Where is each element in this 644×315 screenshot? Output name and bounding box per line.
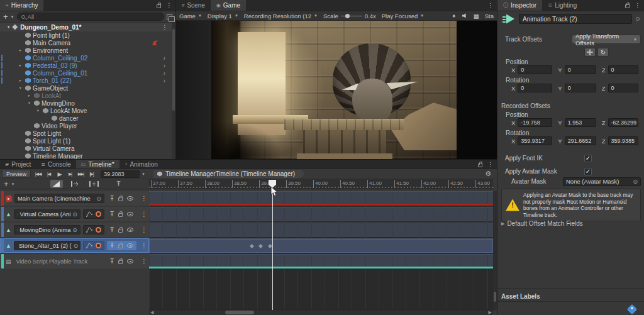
flare-toggle-icon[interactable]: ✦ — [452, 13, 457, 19]
track-binding-field[interactable]: Video Script Playable Track — [14, 257, 91, 266]
timeline-vertical-scrollbar[interactable] — [493, 191, 497, 311]
hierarchy-item[interactable]: Spot Light — [0, 130, 175, 137]
tab-scene[interactable]: # Scene — [176, 0, 211, 11]
go-to-start-button[interactable]: |◀◀ — [33, 170, 43, 178]
lock-track-icon[interactable] — [118, 245, 123, 248]
marker-track-toggle[interactable]: Ŧ — [117, 180, 121, 187]
hierarchy-item[interactable]: ▾ LookAt Move — [0, 107, 175, 114]
record-button[interactable] — [96, 243, 101, 248]
lock-track-icon[interactable] — [118, 229, 123, 233]
record-button[interactable] — [96, 227, 101, 233]
play-range-button[interactable]: [▶] — [86, 170, 97, 178]
time-ruler[interactable]: 37.0037.5038.0038.5039.0039.5040.0040.50… — [149, 179, 493, 189]
preview-button[interactable]: Preview — [2, 170, 31, 178]
hierarchy-item-indicator[interactable] — [152, 40, 158, 45]
tab-inspector[interactable]: ⓘ Inspector — [497, 0, 542, 11]
record-button[interactable] — [96, 211, 101, 217]
display-dropdown[interactable]: Display 1▼ — [208, 13, 238, 19]
next-frame-button[interactable]: ▶| — [65, 170, 75, 178]
hierarchy-scrollbar[interactable] — [172, 23, 175, 159]
position-x-field[interactable]: 0 — [518, 65, 552, 74]
pin-track-icon[interactable]: Ŧ — [110, 226, 114, 233]
hierarchy-item[interactable]: dancer — [0, 114, 175, 122]
go-to-end-button[interactable]: ▶▶| — [75, 170, 86, 178]
hierarchy-item-indicator[interactable]: › — [164, 55, 165, 62]
hierarchy-item[interactable]: ▾ MovingDino — [0, 99, 175, 107]
rotate-offset-button[interactable]: ↻ — [597, 48, 609, 57]
hierarchy-item[interactable]: Column_Ceiling_01 › — [0, 69, 175, 77]
clip-lane-area[interactable] — [149, 191, 493, 311]
apply-foot-ik-checkbox[interactable]: ✓ — [584, 155, 592, 162]
tab-hierarchy[interactable]: ≡ Hierarchy — [0, 0, 43, 11]
pin-track-icon[interactable]: Ŧ — [110, 195, 114, 202]
recorded-rotation-z-field[interactable]: 359.9385 — [608, 136, 638, 145]
scroll-left-icon[interactable]: ◀ — [150, 310, 153, 315]
timeline-clip[interactable] — [149, 207, 493, 221]
add-object-dropdown-icon[interactable]: ▼ — [11, 15, 14, 19]
foldout-arrow-icon[interactable]: ▸ — [26, 93, 32, 98]
position-z-field[interactable]: 0 — [608, 65, 638, 74]
scrollbar-thumb[interactable] — [225, 311, 254, 314]
kebab-menu-icon[interactable]: ⋮ — [166, 2, 172, 9]
timeline-clip[interactable] — [149, 191, 493, 206]
hierarchy-item[interactable]: ▾ GameObject — [0, 84, 175, 92]
timeline-track-header[interactable]: ▲ MovingDino (Anima ⊙ Ŧ ⋮ — [0, 223, 149, 237]
recorded-position-z-field[interactable]: -62.36299 — [608, 118, 638, 127]
timeline-track-header[interactable]: ▸ Main Camera (Cinemachine ⊙ Ŧ ⋮ — [0, 191, 149, 206]
mute-track-eye-icon[interactable] — [127, 243, 133, 248]
track-binding-field[interactable]: MovingDino (Anima ⊙ — [14, 225, 80, 235]
rotation-y-field[interactable]: 0 — [565, 84, 596, 92]
play-focused-dropdown[interactable]: Play Focused▼ — [382, 13, 425, 19]
object-picker-icon[interactable]: ⊙ — [72, 227, 77, 233]
foldout-arrow-icon[interactable]: ▶ — [501, 221, 504, 226]
timeline-clip[interactable] — [149, 254, 493, 268]
object-picker-icon[interactable]: ⊙ — [96, 196, 101, 202]
asset-labels-header[interactable]: Asset Labels — [501, 293, 540, 300]
pin-track-icon[interactable]: Ŧ — [110, 242, 114, 249]
hierarchy-item-indicator[interactable]: › — [164, 77, 165, 84]
asset-label-tag-icon[interactable] — [627, 304, 638, 315]
play-button[interactable]: ▶ — [54, 170, 65, 178]
object-picker-icon[interactable]: ⊙ — [72, 211, 77, 218]
add-track-dropdown-icon[interactable]: ▼ — [11, 182, 15, 186]
track-kebab-icon[interactable]: ⋮ — [141, 226, 147, 233]
track-offsets-dropdown[interactable]: Apply Transform Offsets▼ — [572, 35, 641, 44]
lock-icon[interactable] — [157, 4, 161, 8]
hierarchy-search-input[interactable]: All — [17, 13, 164, 21]
pin-track-icon[interactable]: Ŧ — [110, 211, 114, 218]
game-kebab-icon[interactable]: ⋮ — [487, 2, 494, 9]
hierarchy-item[interactable]: ▸ Environment — [0, 47, 175, 54]
hierarchy-item[interactable]: Timeline Manager — [0, 152, 175, 159]
timeline-track-header[interactable]: ▲ Virtual Camera (Ani ⊙ Ŧ ⋮ — [0, 207, 149, 221]
time-unit-dropdown-icon[interactable]: ▼ — [142, 172, 145, 176]
foldout-arrow-icon[interactable]: ▾ — [26, 101, 32, 106]
lock-track-icon[interactable] — [118, 197, 123, 201]
mix-mode-button[interactable] — [50, 180, 63, 188]
tab-console[interactable]: ≣ Console — [36, 160, 75, 169]
scene-picker-icon[interactable] — [167, 14, 172, 19]
hierarchy-item[interactable]: ▸ Pedestal_03 (9) › — [0, 62, 175, 69]
scroll-right-icon[interactable]: ▶ — [489, 310, 492, 315]
timeline-horizontal-scrollbar[interactable]: ◀ ▶ — [149, 309, 493, 315]
hierarchy-item[interactable]: Video Player — [0, 122, 175, 130]
track-kebab-icon[interactable]: ⋮ — [141, 195, 147, 202]
scale-slider-track[interactable] — [341, 16, 362, 16]
lock-track-icon[interactable] — [118, 213, 123, 217]
hierarchy-item[interactable]: Virtual Camera — [0, 145, 175, 152]
scale-slider[interactable]: Scale 0.4x — [323, 13, 376, 19]
inspector-lock-icon[interactable] — [625, 4, 630, 8]
timeline-kebab-icon[interactable]: ⋮ — [487, 161, 494, 168]
mute-track-eye-icon[interactable] — [127, 196, 133, 201]
curves-icon[interactable] — [86, 243, 92, 248]
inspector-kebab-icon[interactable]: ⋮ — [635, 2, 641, 9]
curves-icon[interactable] — [86, 227, 92, 233]
mute-track-eye-icon[interactable] — [127, 228, 133, 232]
recorded-position-x-field[interactable]: -19.758 — [518, 118, 552, 127]
mute-track-eye-icon[interactable] — [127, 259, 133, 263]
foldout-arrow-icon[interactable]: ▸ — [18, 78, 23, 83]
current-time-field[interactable]: 39.2083 — [101, 170, 140, 178]
object-picker-icon[interactable]: ⊙ — [633, 179, 638, 185]
previous-frame-button[interactable]: |◀ — [43, 170, 54, 178]
tab-game[interactable]: ◉ Game — [211, 0, 246, 11]
timeline-breadcrumb[interactable]: Timeline ManagerTimeline (Timeline Manag… — [153, 170, 305, 179]
